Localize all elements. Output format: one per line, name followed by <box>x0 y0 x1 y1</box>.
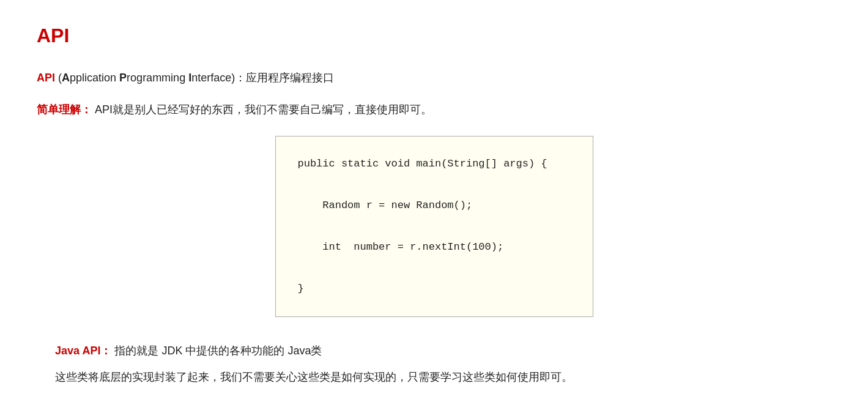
code-line-blank-3 <box>298 258 563 278</box>
simple-understanding-section: 简单理解： API就是别人已经写好的东西，我们不需要自己编写，直接使用即可。 <box>37 100 831 119</box>
page-title: API <box>37 24 831 47</box>
java-api-section: Java API： 指的就是 JDK 中提供的各种功能的 Java类 这些类将底… <box>37 342 831 386</box>
java-api-label: Java API： <box>55 345 111 357</box>
code-block: public static void main(String[] args) {… <box>275 136 593 317</box>
code-line-1: public static void main(String[] args) { <box>298 154 563 174</box>
code-line-3: int number = r.nextInt(100); <box>298 237 563 258</box>
java-api-line: Java API： 指的就是 JDK 中提供的各种功能的 Java类 <box>55 342 831 360</box>
java-api-description: 指的就是 JDK 中提供的各种功能的 Java类 <box>114 345 322 357</box>
api-label-bold: API <box>37 72 55 84</box>
definition-section: API (Application Programming Interface)：… <box>37 69 831 87</box>
java-api-detail: 这些类将底层的实现封装了起来，我们不需要关心这些类是如何实现的，只需要学习这些类… <box>55 368 831 387</box>
code-line-blank-2 <box>298 216 563 237</box>
code-line-2: Random r = new Random(); <box>298 195 563 216</box>
code-block-wrapper: public static void main(String[] args) {… <box>37 136 831 317</box>
definition-text: (Application Programming Interface)：应用程序… <box>58 72 334 84</box>
code-line-blank-1 <box>298 174 563 195</box>
simple-understanding-text: API就是别人已经写好的东西，我们不需要自己编写，直接使用即可。 <box>95 103 432 116</box>
code-line-4: } <box>298 278 563 299</box>
simple-understanding-label: 简单理解： <box>37 103 92 116</box>
